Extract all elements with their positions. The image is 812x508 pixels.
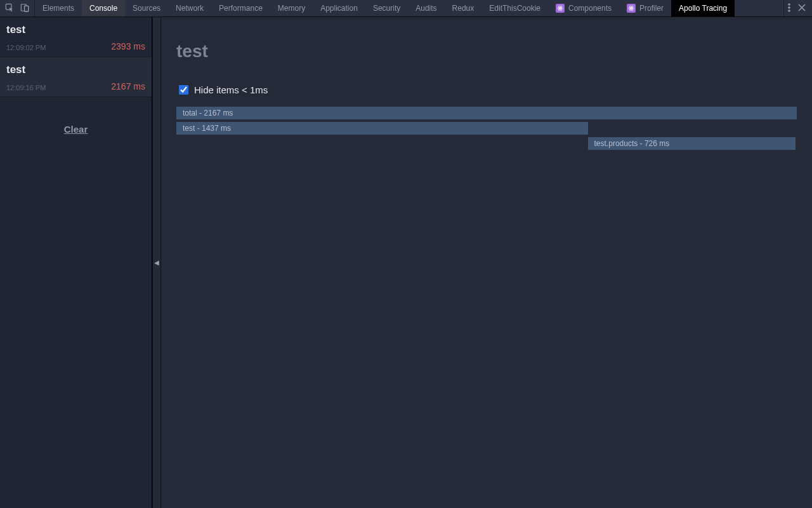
tab-elements[interactable]: Elements [35, 0, 82, 17]
tab-profiler-label: Profiler [639, 4, 664, 13]
tab-security-label: Security [373, 4, 400, 13]
tab-audits-label: Audits [416, 4, 436, 13]
tracing-bar-row: test.products - 726 ms [176, 137, 797, 150]
tab-application-label: Application [320, 4, 358, 13]
operation-entry[interactable]: test12:09:02 PM2393 ms [0, 17, 152, 57]
close-devtools-icon[interactable] [798, 4, 806, 13]
react-badge-icon [627, 4, 636, 13]
sidebar-splitter[interactable]: ◀ [152, 17, 161, 508]
tracing-bar-row: total - 2167 ms [176, 107, 797, 119]
tab-memory[interactable]: Memory [270, 0, 313, 17]
tab-profiler[interactable]: Profiler [619, 0, 671, 17]
tab-performance[interactable]: Performance [211, 0, 270, 17]
svg-point-7 [560, 8, 561, 9]
tab-memory-label: Memory [278, 4, 305, 13]
tracing-detail: test Hide items < 1ms total - 2167 mstes… [161, 17, 812, 508]
tracing-bar-row: test - 1437 ms [176, 122, 797, 135]
devtools-tabs: Elements Console Sources Network Perform… [35, 0, 783, 17]
hide-fast-items-label: Hide items < 1ms [194, 84, 268, 95]
react-badge-icon [556, 4, 565, 13]
svg-point-14 [789, 10, 790, 11]
panel-body: test12:09:02 PM2393 mstest12:09:16 PM216… [0, 17, 812, 508]
tab-network-label: Network [176, 4, 204, 13]
tab-editthiscookie[interactable]: EditThisCookie [481, 0, 548, 17]
tab-network[interactable]: Network [168, 0, 211, 17]
tab-apollo-tracing-label: Apollo Tracing [679, 4, 727, 13]
tab-elements-label: Elements [43, 4, 74, 13]
svg-point-11 [631, 8, 632, 9]
tab-redux-label: Redux [452, 4, 475, 13]
operation-title: test [176, 41, 797, 62]
svg-point-13 [789, 6, 790, 8]
operation-duration: 2167 ms [111, 81, 145, 91]
tabstrip-tail [783, 0, 812, 17]
svg-point-12 [789, 3, 790, 5]
tab-components[interactable]: Components [548, 0, 619, 17]
operation-duration: 2393 ms [111, 41, 145, 51]
hide-fast-items-toggle[interactable]: Hide items < 1ms [176, 83, 797, 97]
device-toolbar-icon[interactable] [20, 3, 29, 14]
clear-button-label: Clear [64, 124, 88, 135]
tab-editthiscookie-label: EditThisCookie [489, 4, 540, 13]
tab-sources-label: Sources [133, 4, 160, 13]
operation-timestamp: 12:09:16 PM [6, 84, 46, 91]
inspector-tools [0, 0, 35, 17]
clear-button[interactable]: Clear [0, 97, 152, 161]
more-tabs-icon[interactable] [788, 3, 790, 14]
tracing-bar[interactable]: total - 2167 ms [176, 107, 797, 119]
devtools-tabstrip: Elements Console Sources Network Perform… [0, 0, 812, 17]
tab-performance-label: Performance [219, 4, 263, 13]
operation-name: test [6, 23, 145, 36]
inspect-element-icon[interactable] [5, 3, 14, 14]
tab-redux[interactable]: Redux [445, 0, 482, 17]
tab-application[interactable]: Application [313, 0, 365, 17]
hide-fast-items-checkbox[interactable] [179, 85, 188, 95]
tracing-bar[interactable]: test - 1437 ms [176, 122, 588, 135]
tab-apollo-tracing[interactable]: Apollo Tracing [671, 0, 735, 17]
tracing-bars: total - 2167 mstest - 1437 mstest.produc… [176, 107, 797, 150]
svg-rect-2 [25, 6, 29, 11]
operation-name: test [6, 64, 145, 76]
collapse-left-icon: ◀ [154, 259, 159, 266]
tracing-bar[interactable]: test.products - 726 ms [588, 137, 796, 150]
operation-timestamp: 12:09:02 PM [6, 44, 46, 51]
tab-sources[interactable]: Sources [125, 0, 168, 17]
tab-console[interactable]: Console [82, 0, 125, 17]
tab-security[interactable]: Security [365, 0, 408, 17]
tab-audits[interactable]: Audits [408, 0, 444, 17]
tab-console-label: Console [89, 4, 117, 13]
tab-components-label: Components [568, 4, 612, 13]
operation-entry[interactable]: test12:09:16 PM2167 ms [0, 57, 152, 97]
operations-sidebar: test12:09:02 PM2393 mstest12:09:16 PM216… [0, 17, 152, 508]
